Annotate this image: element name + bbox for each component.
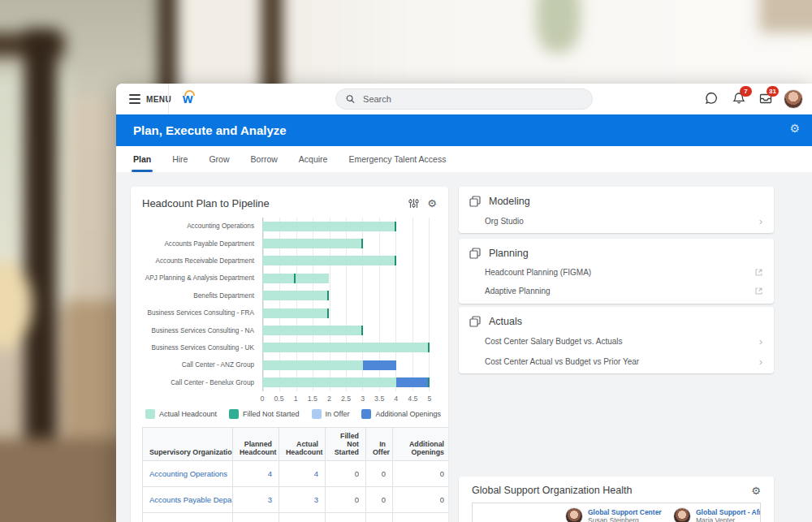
x-tick-label: 4.5 xyxy=(408,395,417,403)
chevron-right-icon: › xyxy=(759,216,762,226)
table-value-cell[interactable]: 3 xyxy=(233,486,279,512)
logo-w: w xyxy=(183,92,192,106)
page-settings-gear-icon[interactable]: ⚙ xyxy=(789,123,800,134)
bar-track[interactable] xyxy=(262,343,430,352)
bar-row: Call Center - Benelux Group xyxy=(142,374,437,391)
table-value-cell[interactable]: 4 xyxy=(279,460,326,486)
nav-card-title: Modeling xyxy=(489,196,530,207)
person-org-link[interactable]: Global Support Center xyxy=(588,508,662,516)
tab-plan[interactable]: Plan xyxy=(133,146,151,172)
notifications-badge: 7 xyxy=(740,86,752,97)
chart-settings-sliders-icon[interactable] xyxy=(408,198,419,209)
actual-headcount-segment xyxy=(262,239,363,248)
person-susan-steinberg: Global Support CenterSusan Steinberg xyxy=(565,507,662,522)
legend-swatch xyxy=(229,409,239,419)
bar-track[interactable] xyxy=(262,326,430,335)
bar-category-label: Business Services Consulting - FRA xyxy=(142,309,262,317)
bar-category-label: Business Services Consulting - NA xyxy=(142,327,262,334)
search-bar[interactable] xyxy=(335,88,593,110)
health-gear-icon[interactable]: ⚙ xyxy=(751,485,761,496)
person-name: Maria Venter xyxy=(696,516,761,522)
search-input[interactable] xyxy=(361,93,582,105)
org-link-cell[interactable]: Accounts Payable Department xyxy=(143,486,233,512)
table-header-cell: Additional Openings xyxy=(393,427,449,460)
filled-not-started-marker xyxy=(395,222,396,231)
table-value-cell xyxy=(326,512,366,522)
nav-item-label: Headcount Planning (FIGMA) xyxy=(485,268,591,277)
table-value-cell[interactable]: 3 xyxy=(279,486,326,512)
health-people-header: Global Support CenterSusan SteinbergGlob… xyxy=(473,503,760,522)
chart-gear-icon[interactable]: ⚙ xyxy=(427,198,437,209)
inbox-button[interactable]: 31 xyxy=(758,91,775,107)
additional-openings-segment xyxy=(396,377,430,387)
x-tick-label: 5 xyxy=(428,395,432,403)
nav-item-headcount-planning-figma[interactable]: Headcount Planning (FIGMA) xyxy=(459,263,774,282)
table-header-cell: In Offer xyxy=(366,427,393,460)
nav-card-header: Actuals xyxy=(459,307,774,331)
health-metrics-panel: Global Support CenterSusan SteinbergGlob… xyxy=(472,503,761,522)
nav-card-title: Planning xyxy=(489,248,529,259)
bar-row: Business Services Consulting - FRA xyxy=(142,304,437,321)
table-value-cell[interactable]: 4 xyxy=(233,460,279,486)
nav-card-header: Planning xyxy=(459,239,774,263)
chevron-right-icon: › xyxy=(759,336,762,347)
bar-track[interactable] xyxy=(262,239,430,248)
person-text: Global Support - Africa & EMaria Venter xyxy=(696,508,761,522)
actual-headcount-segment xyxy=(262,377,396,387)
bar-track[interactable] xyxy=(262,291,430,300)
table-value-cell: 0 xyxy=(366,486,393,512)
bar-track[interactable] xyxy=(262,308,430,318)
actual-headcount-segment xyxy=(262,256,396,265)
legend-swatch xyxy=(312,409,322,419)
table-value-cell xyxy=(279,512,326,522)
filled-not-started-marker xyxy=(395,256,396,265)
bar-track[interactable] xyxy=(262,222,430,231)
actual-headcount-segment xyxy=(262,360,363,370)
divider xyxy=(168,84,169,114)
menu-button[interactable]: MENU xyxy=(129,84,171,114)
org-link-cell[interactable]: Accounting Operations xyxy=(143,460,233,486)
external-link-icon xyxy=(755,269,762,276)
inbox-badge: 31 xyxy=(767,86,779,97)
chat-button[interactable] xyxy=(704,91,720,107)
tab-hire[interactable]: Hire xyxy=(172,146,188,172)
nav-item-adaptive-planning[interactable]: Adaptive Planning xyxy=(459,282,774,300)
tab-acquire[interactable]: Acquire xyxy=(299,146,328,172)
actual-headcount-segment xyxy=(262,326,363,335)
search-icon xyxy=(346,94,355,104)
nav-card-actuals: ActualsCost Center Salary Budget vs. Act… xyxy=(459,307,774,373)
x-tick-label: 1 xyxy=(294,395,298,403)
table-value-cell xyxy=(233,512,279,522)
tab-grow[interactable]: Grow xyxy=(209,146,229,172)
nav-item-cost-center-salary-budget-vs-actuals[interactable]: Cost Center Salary Budget vs. Actuals› xyxy=(459,331,774,352)
nav-item-cost-center-actual-vs-budget-vs-prior-year[interactable]: Cost Center Actual vs Budget vs Prior Ye… xyxy=(459,352,774,372)
x-tick-label: 2 xyxy=(327,395,331,403)
tab-bar: PlanHireGrowBorrowAcquireEmergency Talen… xyxy=(116,146,812,173)
x-tick-label: 0 xyxy=(261,395,265,403)
notifications-button[interactable]: 7 xyxy=(732,91,748,107)
bar-track[interactable] xyxy=(262,360,430,370)
actual-headcount-segment xyxy=(262,222,396,231)
table-value-cell: 0 xyxy=(326,460,366,486)
legend-label: Actual Headcount xyxy=(159,410,217,418)
chat-icon xyxy=(704,91,719,106)
headcount-bar-chart: Accounting OperationsAccounts Payable De… xyxy=(142,218,437,404)
bar-track[interactable] xyxy=(262,256,430,265)
user-avatar[interactable] xyxy=(784,89,803,109)
person-avatar xyxy=(565,507,583,522)
filled-not-started-marker xyxy=(327,308,329,318)
chart-x-axis: 00.511.522.533.544.55 xyxy=(262,391,430,404)
tab-borrow[interactable]: Borrow xyxy=(251,146,278,172)
table-value-cell: 0 xyxy=(393,486,449,512)
bar-track[interactable] xyxy=(262,377,430,387)
person-org-link[interactable]: Global Support - Africa & E xyxy=(696,508,761,516)
nav-item-label: Cost Center Actual vs Budget vs Prior Ye… xyxy=(485,357,639,366)
bar-track[interactable] xyxy=(262,274,430,283)
nav-item-label: Adaptive Planning xyxy=(485,287,551,296)
tab-emergency-talent-access[interactable]: Emergency Talent Access xyxy=(348,146,446,172)
workday-logo-icon[interactable]: w xyxy=(182,88,198,110)
nav-item-org-studio[interactable]: Org Studio› xyxy=(459,211,774,231)
legend-item-actual-headcount: Actual Headcount xyxy=(145,409,217,419)
legend-label: Filled Not Started xyxy=(243,410,300,418)
workday-app-window: MENU w 7 xyxy=(116,84,812,522)
